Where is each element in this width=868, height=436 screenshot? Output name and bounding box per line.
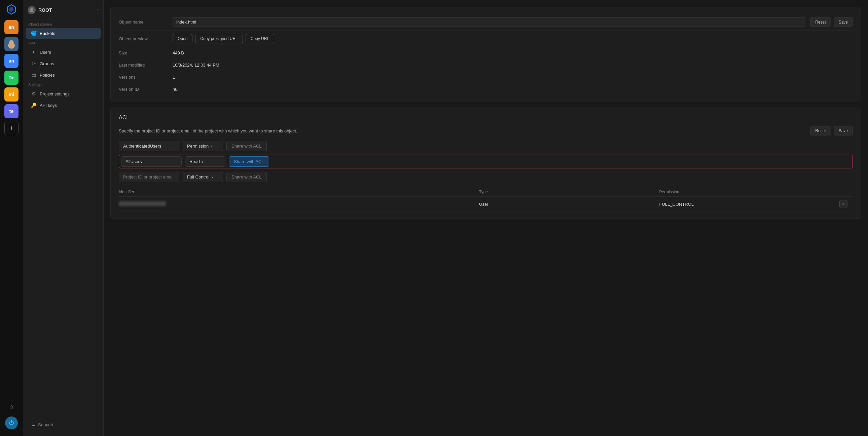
- sidebar-support[interactable]: ☁ Support: [26, 420, 101, 430]
- object-details-panel: Object name Reset Save Object preview Op…: [110, 7, 861, 102]
- acl-permission-label-2: Read: [189, 159, 200, 164]
- version-id-row: Version ID null: [119, 83, 853, 95]
- versions-value: 1: [173, 75, 853, 80]
- acl-row-2: Read › Share with ACL: [119, 155, 853, 168]
- acl-description-row: Specify the project ID or project email …: [119, 126, 853, 135]
- sidebar-item-users-label: Users: [40, 50, 51, 55]
- save-button[interactable]: Save: [834, 18, 853, 27]
- section-settings: Settings: [23, 81, 103, 88]
- acl-permission-label-3: Full Control: [187, 174, 209, 179]
- object-name-label: Object name: [119, 20, 173, 25]
- size-value: 449 B: [173, 51, 853, 56]
- icon-rail: an an De mi te + ⌂ ⏻: [0, 0, 23, 436]
- acl-permission-btn-3[interactable]: Full Control ›: [183, 172, 223, 182]
- support-label: Support: [38, 422, 54, 427]
- sidebar-header: ROOT ›: [23, 3, 103, 17]
- acl-share-btn-3[interactable]: Share with ACL: [226, 172, 267, 182]
- svg-marker-1: [9, 7, 13, 12]
- object-name-row: Object name Reset Save: [119, 14, 853, 31]
- size-label: Size: [119, 51, 173, 56]
- acl-permission-btn-2[interactable]: Read ›: [185, 156, 225, 167]
- users-icon: ✦: [31, 49, 36, 55]
- sidebar: ROOT › Object storage 🪣 Buckets IAM ✦ Us…: [23, 0, 104, 436]
- acl-save-button[interactable]: Save: [834, 126, 853, 135]
- sidebar-item-settings-label: Project settings: [40, 92, 70, 97]
- acl-entity-input-2[interactable]: [121, 156, 182, 167]
- section-iam: IAM: [23, 39, 103, 46]
- sidebar-item-groups[interactable]: ⚇ Groups: [26, 58, 101, 69]
- settings-icon: ⚙: [31, 91, 36, 97]
- add-project-button[interactable]: +: [4, 121, 19, 135]
- row-permission: FULL_CONTROL: [659, 202, 840, 207]
- col-identifier-header: Identifier: [119, 190, 479, 194]
- sidebar-avatar: [28, 6, 36, 14]
- sidebar-item-groups-label: Groups: [40, 61, 54, 66]
- avatar-an1[interactable]: an: [4, 20, 19, 34]
- acl-title: ACL: [119, 114, 853, 121]
- root-label: ROOT: [38, 7, 97, 13]
- version-id-label: Version ID: [119, 87, 173, 92]
- col-permission-header: Permission: [659, 190, 840, 194]
- sidebar-item-project-settings[interactable]: ⚙ Project settings: [26, 89, 101, 99]
- power-icon[interactable]: ⏻: [5, 416, 18, 429]
- copy-presigned-url-button[interactable]: Copy presigned URL: [195, 34, 243, 43]
- acl-row-1: Permission › Share with ACL: [119, 141, 853, 151]
- groups-icon: ⚇: [31, 61, 36, 66]
- sidebar-item-api-keys[interactable]: 🔑 API keys: [26, 100, 101, 110]
- sidebar-item-users[interactable]: ✦ Users: [26, 47, 101, 58]
- support-icon: ☁: [31, 422, 35, 427]
- acl-permission-chevron-1: ›: [211, 143, 212, 148]
- versions-label: Versions: [119, 75, 173, 80]
- app-logo: [5, 3, 18, 15]
- section-object-storage: Object storage: [23, 20, 103, 28]
- acl-permission-chevron-3: ›: [211, 174, 213, 179]
- acl-share-btn-2[interactable]: Share with ACL: [229, 156, 269, 167]
- reset-button[interactable]: Reset: [810, 18, 831, 27]
- bucket-icon: 🪣: [31, 31, 36, 36]
- versions-row: Versions 1: [119, 71, 853, 83]
- object-preview-row: Object preview Open Copy presigned URL C…: [119, 31, 853, 47]
- acl-action-buttons: Reset Save: [810, 126, 853, 135]
- row-action: ✕: [839, 200, 853, 208]
- avatar-te[interactable]: te: [4, 104, 19, 118]
- acl-panel: ACL Specify the project ID or project em…: [110, 108, 861, 219]
- row-type: User: [479, 202, 659, 207]
- sidebar-item-api-keys-label: API keys: [40, 103, 57, 108]
- delete-row-button[interactable]: ✕: [839, 200, 847, 208]
- avatar-eye[interactable]: [4, 37, 19, 51]
- open-button[interactable]: Open: [173, 34, 192, 43]
- chevron-icon: ›: [97, 8, 99, 12]
- col-type-header: Type: [479, 190, 659, 194]
- sidebar-item-policies[interactable]: ▤ Policies: [26, 70, 101, 80]
- acl-permission-btn-1[interactable]: Permission ›: [183, 141, 223, 151]
- avatar-an2[interactable]: an: [4, 54, 19, 68]
- sidebar-item-buckets-label: Buckets: [40, 31, 55, 36]
- copy-url-button[interactable]: Copy URL: [246, 34, 274, 43]
- table-row: User FULL_CONTROL ✕: [119, 197, 853, 212]
- svg-point-4: [8, 42, 15, 49]
- acl-table-header: Identifier Type Permission: [119, 188, 853, 197]
- last-modified-row: Last modified 10/8/2024, 12:03:44 PM: [119, 59, 853, 71]
- avatar-de[interactable]: De: [4, 71, 19, 85]
- translate-icon[interactable]: ⌂: [5, 400, 18, 412]
- last-modified-label: Last modified: [119, 63, 173, 68]
- policies-icon: ▤: [31, 72, 36, 78]
- acl-row-3: Full Control › Share with ACL: [119, 172, 853, 182]
- version-id-value: null: [173, 87, 853, 92]
- acl-reset-button[interactable]: Reset: [810, 126, 831, 135]
- main-content: Object name Reset Save Object preview Op…: [104, 0, 868, 436]
- avatar-mi[interactable]: mi: [4, 88, 19, 102]
- acl-share-btn-1[interactable]: Share with ACL: [226, 141, 267, 151]
- sidebar-item-policies-label: Policies: [40, 73, 55, 78]
- object-name-input[interactable]: [173, 17, 806, 27]
- acl-permission-chevron-2: ›: [202, 159, 203, 164]
- sidebar-item-buckets[interactable]: 🪣 Buckets: [26, 28, 101, 39]
- api-key-icon: 🔑: [31, 103, 36, 108]
- blurred-identifier: [119, 201, 166, 206]
- acl-entity-input-3[interactable]: [119, 172, 179, 182]
- last-modified-value: 10/8/2024, 12:03:44 PM: [173, 63, 853, 68]
- acl-entity-input-1[interactable]: [119, 141, 179, 151]
- size-row: Size 449 B: [119, 47, 853, 59]
- row-identifier: [119, 201, 479, 207]
- acl-table: Identifier Type Permission User FULL_CON…: [119, 188, 853, 212]
